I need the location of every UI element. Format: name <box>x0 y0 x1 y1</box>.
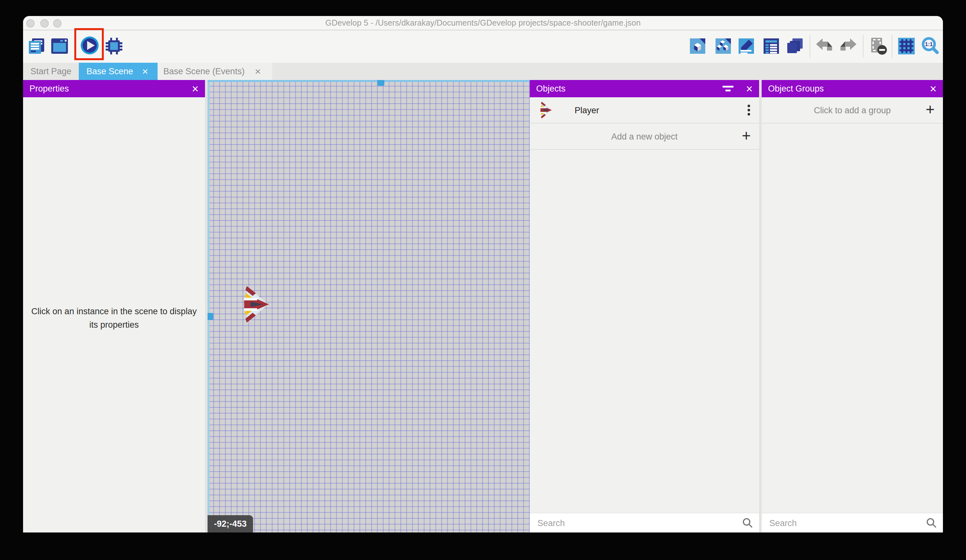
tab-base-scene[interactable]: Base Scene × <box>79 63 158 80</box>
tab-base-scene-events[interactable]: Base Scene (Events) × <box>158 63 272 80</box>
grid-icon[interactable] <box>897 36 916 56</box>
main-toolbar <box>23 31 943 63</box>
window-border-handle-top[interactable] <box>377 80 384 86</box>
window-border-handle-left[interactable] <box>207 313 213 320</box>
close-tab-icon[interactable]: × <box>142 66 148 77</box>
groups-search-input[interactable] <box>769 513 922 532</box>
search-icon <box>743 518 753 531</box>
object-groups-panel: Object Groups × Click to add a group + <box>762 80 943 532</box>
objects-search-bar <box>530 513 759 532</box>
toolbar-separator <box>892 35 892 57</box>
add-object-label: Add a new object <box>611 131 677 141</box>
panel-title: Objects <box>536 84 566 93</box>
redo-icon[interactable] <box>838 36 858 56</box>
toolbar-separator <box>810 35 810 57</box>
object-name: Player <box>575 105 599 115</box>
add-object-plus-icon[interactable]: + <box>742 127 751 145</box>
panel-title: Properties <box>30 84 69 93</box>
add-group-label: Click to add a group <box>814 105 891 115</box>
objects-panel-header: Objects × <box>530 80 759 97</box>
player-ship-thumbnail-icon <box>540 101 553 119</box>
properties-editor-icon[interactable] <box>737 36 756 56</box>
cursor-coordinates-badge: -92;-453 <box>207 515 253 532</box>
window-title: GDevelop 5 - /Users/dkarakay/Documents/G… <box>23 16 943 30</box>
groups-search-bar <box>762 513 943 532</box>
object-menu-dots-icon[interactable] <box>748 104 750 116</box>
title-bar: GDevelop 5 - /Users/dkarakay/Documents/G… <box>23 16 943 30</box>
undo-icon[interactable] <box>815 36 834 56</box>
search-icon <box>926 518 936 531</box>
add-group-plus-icon[interactable]: + <box>926 100 935 118</box>
close-panel-icon[interactable]: × <box>746 83 753 94</box>
object-row-player[interactable]: Player <box>530 97 759 123</box>
scene-editor-canvas[interactable]: -92;-453 <box>207 80 530 532</box>
properties-panel-header: Properties × <box>23 80 205 97</box>
objects-editor-icon[interactable] <box>688 36 707 56</box>
filter-icon[interactable] <box>723 85 734 92</box>
project-manager-icon[interactable] <box>27 36 46 56</box>
panel-title: Object Groups <box>768 84 824 93</box>
game-window-top-border <box>207 80 530 82</box>
object-groups-editor-icon[interactable] <box>714 36 733 56</box>
game-window-left-border <box>207 80 209 532</box>
close-panel-icon[interactable]: × <box>930 83 936 94</box>
instances-list-icon[interactable] <box>762 36 781 56</box>
properties-panel: Properties × Click on an instance in the… <box>23 80 205 532</box>
layers-editor-icon[interactable] <box>785 36 805 56</box>
object-groups-panel-header: Object Groups × <box>762 80 943 97</box>
debug-icon[interactable] <box>104 36 124 56</box>
desktop: GDevelop 5 - /Users/dkarakay/Documents/G… <box>0 0 966 560</box>
zoom-1-1-icon[interactable]: 1:1 <box>920 36 940 56</box>
tab-label: Start Page <box>30 67 71 76</box>
toolbar-separator <box>863 35 864 57</box>
objects-panel: Objects × <box>530 80 759 532</box>
tab-label: Base Scene (Events) <box>163 67 245 76</box>
close-panel-icon[interactable]: × <box>192 83 199 94</box>
close-tab-icon[interactable]: × <box>255 66 261 77</box>
objects-search-input[interactable] <box>537 513 739 532</box>
properties-empty-message: Click on an instance in the scene to dis… <box>26 305 202 332</box>
tab-bar: Start Page Base Scene × Base Scene (Even… <box>23 63 943 80</box>
svg-text:1:1: 1:1 <box>925 41 933 47</box>
scene-window-icon[interactable] <box>50 36 69 56</box>
add-new-object-row[interactable]: Add a new object + <box>530 123 759 150</box>
add-group-row[interactable]: Click to add a group + <box>762 97 943 123</box>
window-mask-icon[interactable] <box>869 36 888 56</box>
play-icon[interactable] <box>80 36 99 55</box>
gdevelop-window: GDevelop 5 - /Users/dkarakay/Documents/G… <box>23 16 943 532</box>
tab-label: Base Scene <box>87 67 133 76</box>
player-ship-instance[interactable] <box>244 285 270 324</box>
tab-start-page[interactable]: Start Page <box>23 63 79 80</box>
